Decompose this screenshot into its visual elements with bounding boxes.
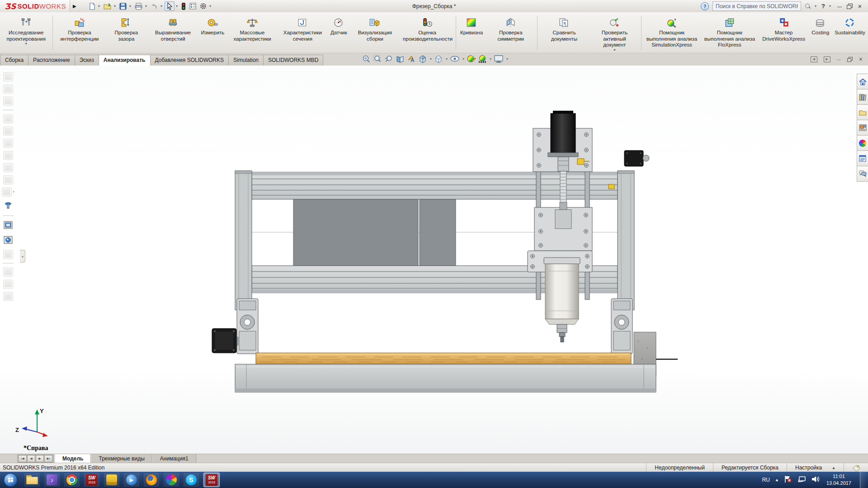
taskbar-media-player[interactable]: ♪ (44, 473, 60, 487)
gantry-left-column[interactable] (235, 171, 252, 310)
network-icon[interactable] (797, 475, 806, 485)
section-view-icon[interactable] (396, 55, 405, 63)
select-tool-icon[interactable] (165, 1, 175, 11)
performance-evaluation-button[interactable]: Оценка производительности (400, 14, 454, 43)
taskbar-skype[interactable]: S (184, 473, 199, 487)
taskbar-solidworks[interactable]: SW 2016 (84, 473, 99, 487)
right-end-bracket[interactable] (624, 150, 649, 166)
animation-tab[interactable]: Анимация1 (152, 454, 196, 463)
taskbar-browser-sphere[interactable] (164, 473, 179, 487)
compare-documents-button[interactable]: Сравнить документы (539, 14, 589, 43)
hidden-icons-caret-icon[interactable]: ▲ (775, 478, 779, 482)
show-desktop-button[interactable] (860, 472, 866, 488)
print-icon[interactable] (133, 2, 144, 11)
hide-show-items-icon[interactable] (450, 55, 460, 63)
sensor-button[interactable]: Датчик (328, 14, 350, 37)
costing-button[interactable]: Costing (809, 14, 832, 37)
annotation-views-icon[interactable] (407, 55, 416, 63)
previous-sheet-button[interactable]: ◀ (27, 455, 35, 462)
taskbar-file-explorer[interactable] (24, 473, 40, 487)
volume-icon[interactable] (811, 475, 820, 485)
driveworksxpress-button[interactable]: Мастер DriveWorksXpress (759, 14, 809, 43)
pane-right-icon[interactable]: ▶ (824, 56, 830, 62)
section-properties-button[interactable]: Характеристики сечения (278, 14, 328, 43)
new-document-icon[interactable] (87, 2, 97, 11)
search-options-caret-icon[interactable]: ▾ (815, 4, 816, 8)
document-minimize-button[interactable] (837, 56, 841, 62)
apply-scene-caret-icon[interactable]: ▾ (490, 57, 491, 61)
document-close-button[interactable] (859, 56, 863, 63)
curvature-button[interactable]: Кривизна (458, 14, 486, 37)
x-axis-stepper-motor[interactable] (212, 328, 238, 353)
apply-scene-icon[interactable] (478, 55, 487, 63)
undo-icon[interactable] (149, 2, 159, 11)
save-icon[interactable] (118, 2, 128, 11)
limit-switch[interactable] (609, 184, 614, 189)
view-settings-icon[interactable] (494, 55, 504, 63)
model-tab[interactable]: Модель (55, 454, 91, 463)
action-center-flag-icon[interactable] (784, 475, 792, 485)
wooden-work-bed[interactable] (256, 353, 631, 364)
measure-button[interactable]: Измерить (198, 14, 227, 37)
cnc-machine-model[interactable]: Y Z (0, 66, 868, 454)
display-style-caret-icon[interactable]: ▾ (446, 57, 448, 61)
tab-layout[interactable]: Расположение (28, 55, 75, 66)
open-document-icon[interactable] (102, 2, 113, 11)
mass-properties-button[interactable]: Массовые характеристики (227, 14, 277, 43)
floxpress-button[interactable]: Помощник выполнения анализа FloXpress (701, 14, 759, 49)
hide-show-items-caret-icon[interactable]: ▾ (462, 57, 464, 61)
zoom-fit-icon[interactable] (362, 55, 371, 63)
hole-alignment-button[interactable]: Выравнивание отверстий (148, 14, 198, 43)
sustainability-button[interactable]: Sustainability (832, 14, 868, 37)
taskbar-utility[interactable] (104, 473, 119, 487)
close-button[interactable] (856, 2, 863, 10)
taskbar-chrome[interactable] (64, 473, 80, 487)
taskbar-firefox[interactable] (144, 473, 159, 487)
design-study-caret-icon[interactable]: ▾ (25, 42, 27, 45)
left-bearing-tower[interactable] (237, 299, 258, 354)
task-list-icon[interactable] (188, 2, 198, 10)
help-icon[interactable]: ? (701, 2, 709, 10)
minimize-button[interactable] (836, 3, 843, 9)
spindle[interactable] (544, 258, 580, 342)
display-style-icon[interactable] (434, 55, 443, 63)
z-axis-stepper-motor[interactable] (548, 111, 578, 157)
three-d-views-tab[interactable]: Трехмерные виды (91, 454, 152, 463)
view-orientation-icon[interactable] (418, 55, 427, 63)
back-panels[interactable] (293, 199, 456, 266)
tab-simulation[interactable]: Simulation (228, 55, 264, 66)
first-sheet-button[interactable]: |◀ (19, 455, 27, 462)
simulationxpress-button[interactable]: Помощник выполнения анализа SimulationXp… (643, 14, 701, 49)
view-orientation-caret-icon[interactable]: ▾ (430, 57, 432, 61)
tab-sketch[interactable]: Эскиз (75, 55, 99, 66)
help-caret-icon[interactable]: ▾ (829, 4, 831, 8)
search-icon[interactable] (805, 3, 811, 9)
assembly-visualization-button[interactable]: Визуализация сборки (350, 14, 400, 43)
design-study-button[interactable]: Исследование проектирования ▾ (1, 14, 51, 46)
pane-left-icon[interactable]: ◀ (811, 56, 817, 62)
right-bearing-tower[interactable] (611, 299, 632, 354)
tab-mbd[interactable]: SOLIDWORKS MBD (263, 55, 323, 66)
check-active-document-button[interactable]: Проверить активный документ ▾ (590, 14, 640, 52)
previous-view-icon[interactable] (384, 55, 393, 63)
rebuild-traffic-light-icon[interactable] (180, 2, 187, 11)
document-restore-button[interactable] (847, 57, 853, 61)
language-indicator[interactable]: RU (762, 477, 770, 483)
zoom-area-icon[interactable] (373, 55, 382, 63)
search-input[interactable] (715, 3, 799, 10)
interference-check-button[interactable]: Проверка интерференции (54, 14, 104, 43)
settings-gear-icon[interactable] (198, 2, 208, 10)
edit-appearance-icon[interactable] (467, 55, 476, 63)
tab-assembly[interactable]: Сборка (0, 55, 28, 66)
clearance-check-button[interactable]: Проверка зазора (105, 14, 148, 43)
configuration-caret-icon[interactable]: ▲ (832, 466, 835, 470)
tab-evaluate[interactable]: Анализировать (99, 55, 151, 66)
symmetry-check-button[interactable]: Проверка симметрии (486, 14, 536, 43)
start-button[interactable] (4, 473, 18, 487)
check-active-document-caret-icon[interactable]: ▾ (613, 49, 615, 51)
taskbar-clock[interactable]: 11:01 13.04.2017 (826, 473, 851, 487)
machine-base[interactable] (235, 364, 656, 392)
tab-addins[interactable]: Добавления SOLIDWORKS (150, 55, 229, 66)
last-sheet-button[interactable]: ▶| (44, 455, 52, 462)
gantry-right-column[interactable] (618, 171, 634, 310)
